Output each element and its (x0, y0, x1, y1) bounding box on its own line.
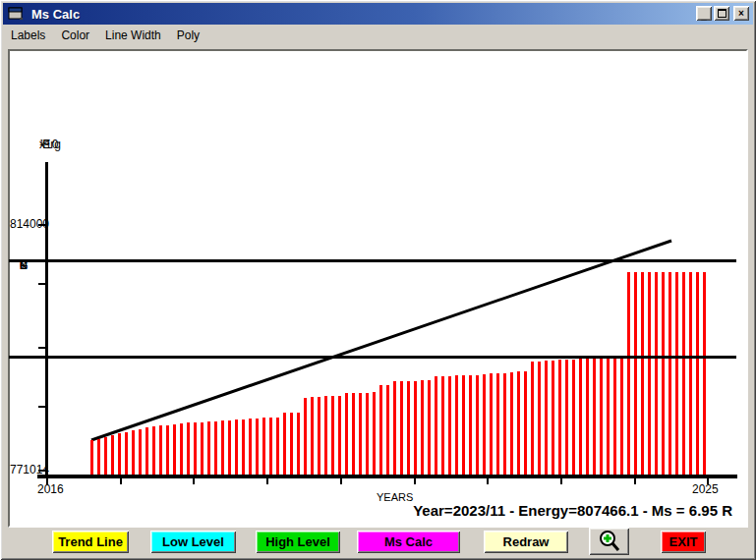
exit-button-label: EXIT (669, 534, 698, 549)
app-icon (8, 6, 24, 22)
redraw-button-label: Redraw (503, 534, 550, 549)
app-window: Ms Calc _ × LabelsColorLine WidthPoly x1… (0, 0, 756, 560)
chart-panel[interactable] (8, 49, 748, 528)
trend-line-button-label: Trend Line (58, 534, 123, 549)
maximize-button[interactable] (714, 6, 729, 21)
redraw-button[interactable]: Redraw (484, 531, 568, 553)
zoom-button[interactable] (589, 528, 629, 555)
title-bar[interactable]: Ms Calc _ × (3, 3, 753, 25)
ms-calc-button[interactable]: Ms Calc (357, 531, 460, 553)
menu-item-line-width[interactable]: Line Width (97, 27, 169, 44)
close-button[interactable]: × (733, 6, 749, 21)
high-level-button-label: High Level (265, 534, 330, 549)
window-title: Ms Calc (31, 7, 80, 22)
menu-bar: LabelsColorLine WidthPoly (3, 26, 753, 45)
minimize-button[interactable]: _ (696, 6, 712, 21)
high-level-button[interactable]: High Level (256, 531, 340, 553)
ms-calc-button-label: Ms Calc (384, 534, 433, 549)
exit-button[interactable]: EXIT (661, 531, 706, 553)
magnifier-plus-icon (598, 530, 621, 553)
menu-item-labels[interactable]: Labels (3, 27, 53, 44)
trend-line-button[interactable]: Trend Line (52, 531, 129, 553)
menu-item-color[interactable]: Color (53, 27, 97, 44)
maximize-icon (718, 9, 727, 18)
menu-item-poly[interactable]: Poly (169, 27, 207, 44)
low-level-button-label: Low Level (162, 534, 224, 549)
minimize-icon: _ (701, 14, 707, 18)
low-level-button[interactable]: Low Level (150, 531, 236, 553)
close-icon: × (738, 8, 744, 19)
